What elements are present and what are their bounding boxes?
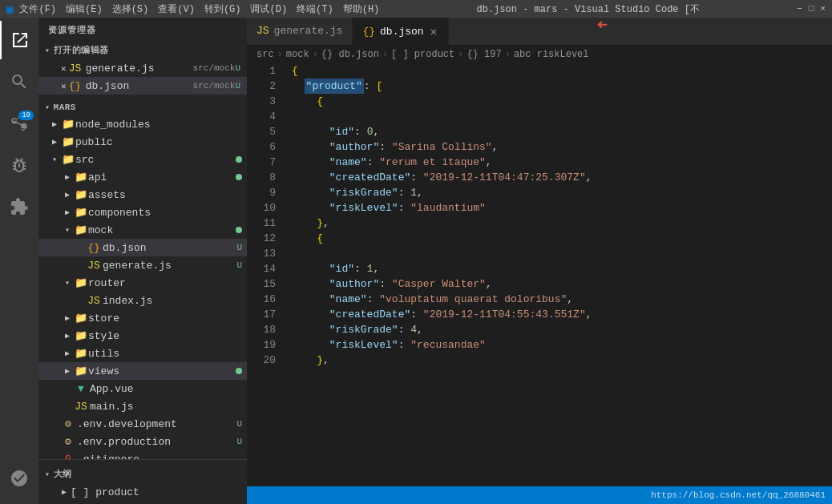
breadcrumb-197[interactable]: {} 197 (466, 49, 501, 60)
menu-file[interactable]: 文件(F) (19, 2, 56, 16)
tree-gitignore[interactable]: ▶ G .gitignore (38, 450, 247, 459)
tree-mock[interactable]: ▾ 📁 mock (38, 221, 247, 239)
tree-router[interactable]: ▾ 📁 router (38, 274, 247, 292)
tree-dbjson[interactable]: ▶ {} db.json U (38, 239, 247, 256)
menu-help[interactable]: 帮助(H) (343, 2, 380, 16)
close-icon2[interactable]: ✕ (61, 81, 67, 91)
project-section[interactable]: ▾ MARS (38, 98, 247, 115)
tree-dbjson-name: db.json (103, 242, 236, 254)
val-name7: "rerum et itaque" (379, 155, 486, 170)
tab-close-btn[interactable]: ✕ (429, 25, 438, 38)
key-author6: "author" (329, 139, 379, 155)
tree-mainjs[interactable]: ▶ JS main.js (38, 397, 247, 415)
tab-js-icon: JS (256, 25, 269, 37)
menu-select[interactable]: 选择(S) (112, 2, 149, 16)
colon2: : (364, 79, 377, 94)
tree-views[interactable]: ▶ 📁 views (38, 362, 247, 380)
line-num-2: 2 (253, 79, 276, 94)
tree-style[interactable]: ▶ 📁 style (38, 327, 247, 345)
folder-icon: 📁 (74, 347, 88, 360)
breadcrumb-product[interactable]: [ ] product (391, 49, 454, 60)
minimize-btn[interactable]: − (797, 4, 802, 14)
outline-product-name: [ ] product (71, 486, 247, 498)
tree-indexjs[interactable]: ▶ JS index.js (38, 292, 247, 309)
line-num-1: 1 (253, 63, 276, 79)
tree-components[interactable]: ▶ 📁 components (38, 204, 247, 221)
tree-env-prod[interactable]: ▶ ⚙ .env.production U (38, 433, 247, 450)
tree-appvue[interactable]: ▶ ▼ App.vue (38, 380, 247, 397)
activity-search[interactable] (0, 62, 38, 101)
colon8: : (410, 170, 423, 185)
tree-mock-name: mock (88, 224, 236, 236)
line-numbers: 1 2 3 4 5 6 7 8 9 10 11 12 13 14 15 16 1… (247, 63, 285, 486)
activity-extensions[interactable] (0, 187, 38, 226)
activity-scm[interactable]: 10 (0, 104, 38, 143)
brace-open3: { (317, 94, 323, 109)
env-dev-badge: U (236, 419, 242, 429)
tree-generatejs[interactable]: ▶ JS generate.js U (38, 256, 247, 274)
js-file-icon: JS (87, 260, 101, 272)
tree-src[interactable]: ▾ 📁 src (38, 151, 247, 168)
line-num-15: 15 (253, 276, 276, 292)
folder-icon: 📁 (61, 153, 75, 166)
tab-generatejs-label: generate.js (274, 25, 343, 37)
indent13 (292, 246, 317, 261)
indent18 (292, 322, 329, 337)
tree-utils[interactable]: ▶ 📁 utils (38, 345, 247, 362)
close-icon[interactable]: ✕ (61, 63, 67, 74)
tree-assets[interactable]: ▶ 📁 assets (38, 186, 247, 204)
val-risklevel10: "laudantium" (410, 200, 486, 216)
indent16 (292, 292, 329, 307)
val-author15: "Casper Walter" (392, 276, 486, 292)
activity-debug[interactable] (0, 146, 38, 184)
indent14 (292, 261, 329, 276)
open-editor-generate[interactable]: ✕ JS generate.js src/mock U (38, 59, 247, 77)
menu-terminal[interactable]: 终端(T) (297, 2, 333, 16)
activity-explorer[interactable] (0, 21, 38, 59)
line-num-9: 9 (253, 185, 276, 200)
menu-edit[interactable]: 编辑(E) (66, 2, 103, 16)
menu-view[interactable]: 查看(V) (158, 2, 195, 16)
open-editors-section[interactable]: ▾ 打开的编辑器 (38, 39, 247, 59)
code-area[interactable]: { "product" : [ { (285, 63, 832, 486)
breadcrumb-dbjson[interactable]: {} db.json (321, 49, 379, 60)
folder-icon: 📁 (74, 188, 88, 201)
tree-node-modules[interactable]: ▶ 📁 node_modules (38, 115, 247, 133)
maximize-btn[interactable]: □ (809, 4, 814, 14)
val-riskgrade9: 1 (410, 185, 417, 200)
project-arrow: ▾ (45, 103, 50, 112)
colon6: : (379, 139, 392, 155)
outline-product[interactable]: ▶ [ ] product (38, 483, 247, 501)
tree-api[interactable]: ▶ 📁 api (38, 168, 247, 186)
env-prod-badge: U (236, 437, 242, 446)
tree-env-dev[interactable]: ▶ ⚙ .env.development U (38, 415, 247, 433)
breadcrumb-risklevel[interactable]: abc riskLevel (514, 49, 589, 60)
folder-arrow: ▶ (61, 349, 74, 358)
tree-public[interactable]: ▶ 📁 public (38, 133, 247, 151)
close-btn[interactable]: × (820, 4, 826, 14)
activity-account[interactable] (0, 459, 38, 498)
comma14: , (373, 261, 379, 276)
open-editor-dbjson[interactable]: ✕ {} db.json src/mock U (38, 77, 247, 95)
tree-store[interactable]: ▶ 📁 store (38, 309, 247, 327)
tab-generatejs[interactable]: JS generate.js (247, 18, 353, 45)
line-num-20: 20 (253, 353, 276, 368)
indent19 (292, 337, 329, 353)
tree-indexjs-name: index.js (103, 295, 247, 307)
tab-dbjson[interactable]: {} db.json ✕ (353, 18, 449, 45)
code-line-7: "name" : "rerum et itaque" , (292, 155, 832, 170)
menu-debug[interactable]: 调试(D) (250, 2, 287, 16)
key-name7: "name" (329, 155, 367, 170)
brace-open12: { (317, 231, 323, 246)
key-risklevel10: "riskLevel" (329, 200, 398, 216)
breadcrumb-mock[interactable]: mock (286, 49, 309, 60)
breadcrumb-src[interactable]: src (256, 49, 274, 60)
editor-content: 1 2 3 4 5 6 7 8 9 10 11 12 13 14 15 16 1… (247, 63, 832, 486)
breadcrumb-sep2: › (313, 49, 318, 60)
line-num-16: 16 (253, 292, 276, 307)
comma18: , (417, 322, 423, 337)
outline-header[interactable]: ▾ 大纲 (38, 463, 247, 483)
key-id5: "id" (329, 124, 354, 139)
menu-goto[interactable]: 转到(G) (204, 2, 241, 16)
tree-node-modules-name: node_modules (75, 119, 247, 131)
